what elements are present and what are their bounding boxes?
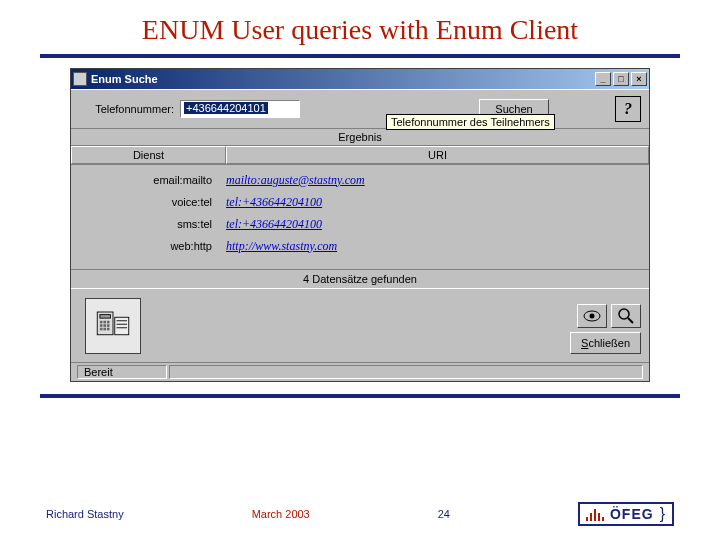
service-label: voice:tel — [71, 196, 226, 208]
window-controls: _ □ × — [595, 72, 647, 86]
status-ready: Bereit — [77, 365, 167, 379]
close-button[interactable]: Schließen — [570, 332, 641, 354]
magnify-button[interactable] — [611, 304, 641, 328]
col-dienst: Dienst — [71, 146, 226, 164]
search-toolbar: Telefonnummer: +436644204101 Suchen ? Te… — [71, 89, 649, 129]
uri-link[interactable]: mailto:auguste@stastny.com — [226, 173, 649, 188]
fax-device-icon[interactable] — [85, 298, 141, 354]
service-label: email:mailto — [71, 174, 226, 186]
window-title: Enum Suche — [91, 73, 158, 85]
logo-text: ÖFEG — [610, 506, 654, 522]
title-rule — [40, 54, 680, 58]
svg-rect-6 — [103, 324, 106, 327]
svg-rect-11 — [115, 317, 129, 335]
close-window-button[interactable]: × — [631, 72, 647, 86]
right-tools: Schließen — [570, 304, 641, 354]
help-button[interactable]: ? — [615, 96, 641, 122]
app-icon — [73, 72, 87, 86]
uri-link[interactable]: tel:+436644204100 — [226, 217, 649, 232]
phone-value: +436644204101 — [184, 102, 268, 114]
app-window: Enum Suche _ □ × Telefonnummer: +4366442… — [70, 68, 650, 382]
footer-rule — [40, 394, 680, 398]
titlebar[interactable]: Enum Suche _ □ × — [71, 69, 649, 89]
logo-bars-icon — [586, 507, 604, 521]
footer-author: Richard Stastny — [46, 508, 124, 520]
results-header: Ergebnis — [71, 129, 649, 146]
svg-rect-9 — [103, 328, 106, 331]
svg-rect-1 — [100, 315, 111, 319]
slide-footer: Richard Stastny March 2003 24 ÖFEG } — [0, 502, 720, 526]
ofeg-logo: ÖFEG } — [578, 502, 674, 526]
svg-rect-4 — [107, 321, 110, 324]
phone-tooltip: Telefonnummer des Teilnehmers — [386, 114, 555, 130]
svg-line-18 — [628, 318, 633, 323]
svg-point-17 — [619, 309, 629, 319]
maximize-button[interactable]: □ — [613, 72, 629, 86]
svg-point-16 — [590, 314, 595, 319]
results-columns: Dienst URI — [71, 146, 649, 165]
footer-date: March 2003 — [252, 508, 310, 520]
bottom-panel: Schließen — [71, 288, 649, 362]
eye-view-button[interactable] — [577, 304, 607, 328]
result-row: email:mailto mailto:auguste@stastny.com — [71, 169, 649, 191]
result-row: sms:tel tel:+436644204100 — [71, 213, 649, 235]
svg-rect-3 — [103, 321, 106, 324]
uri-link[interactable]: http://www.stastny.com — [226, 239, 649, 254]
close-hotkey: S — [581, 337, 588, 349]
uri-link[interactable]: tel:+436644204100 — [226, 195, 649, 210]
service-label: web:http — [71, 240, 226, 252]
svg-rect-8 — [100, 328, 103, 331]
logo-brace-icon: } — [660, 505, 666, 523]
col-uri: URI — [226, 146, 649, 164]
status-spacer — [169, 365, 643, 379]
phone-input[interactable]: +436644204101 — [180, 100, 300, 118]
slide-title: ENUM User queries with Enum Client — [0, 0, 720, 54]
svg-rect-7 — [107, 324, 110, 327]
results-list: email:mailto mailto:auguste@stastny.com … — [71, 165, 649, 269]
svg-rect-2 — [100, 321, 103, 324]
close-label-rest: chließen — [588, 337, 630, 349]
result-row: voice:tel tel:+436644204100 — [71, 191, 649, 213]
minimize-button[interactable]: _ — [595, 72, 611, 86]
phone-label: Telefonnummer: — [79, 103, 174, 115]
result-count: 4 Datensätze gefunden — [71, 269, 649, 288]
status-bar: Bereit — [71, 362, 649, 381]
svg-rect-10 — [107, 328, 110, 331]
service-label: sms:tel — [71, 218, 226, 230]
svg-rect-5 — [100, 324, 103, 327]
result-row: web:http http://www.stastny.com — [71, 235, 649, 257]
footer-page-number: 24 — [438, 508, 450, 520]
